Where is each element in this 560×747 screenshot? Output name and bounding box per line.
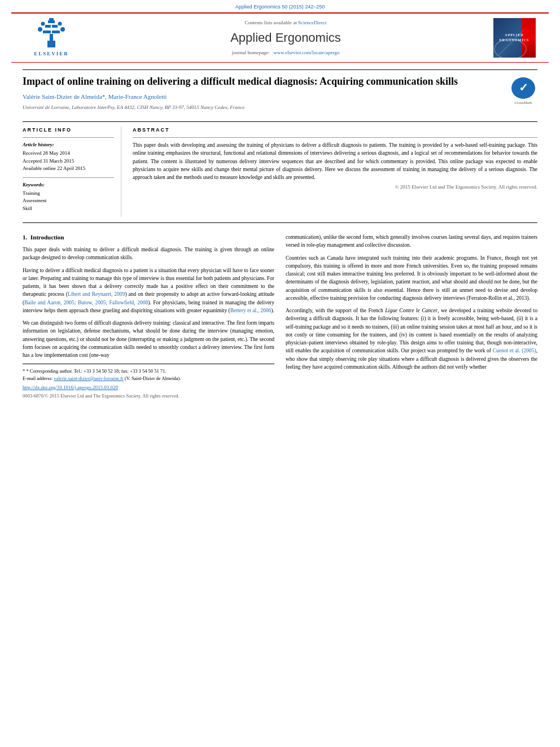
svg-point-9 bbox=[41, 21, 45, 25]
journal-header-center: Contents lists available at ScienceDirec… bbox=[82, 19, 489, 56]
intro-title: Introduction bbox=[30, 234, 64, 241]
intro-para2: Having to deliver a difficult medical di… bbox=[23, 267, 274, 315]
footnote-tel: Tel.: +33 3 54 50 52 18; fax: +33 3 54 5… bbox=[74, 368, 167, 374]
journal-homepage-text: journal homepage: www.elsevier.com/locat… bbox=[82, 49, 489, 56]
right-para2: Countries such as Canada have integrated… bbox=[286, 254, 537, 303]
italic-ligue: Ligue Contre le Cancer bbox=[385, 308, 438, 313]
ref-libert[interactable]: Libert and Reynaert, 2009 bbox=[68, 291, 125, 297]
keywords-divider bbox=[23, 177, 114, 178]
right-column: communication), unlike the second form, … bbox=[286, 233, 537, 399]
intro-para3: We can distinguish two forms of difficul… bbox=[23, 319, 274, 359]
journal-title: Applied Ergonomics bbox=[82, 29, 489, 47]
keyword-3: Skill bbox=[23, 205, 114, 213]
crossmark-label: CrossMark bbox=[514, 100, 532, 106]
abstract-copyright: © 2015 Elsevier Ltd and The Ergonomics S… bbox=[133, 184, 537, 191]
svg-point-7 bbox=[38, 27, 42, 32]
svg-rect-4 bbox=[45, 25, 51, 28]
footnote-email-label: E-mail address: bbox=[23, 375, 53, 381]
right-para3: Accordingly, with the support of the Fre… bbox=[286, 307, 537, 371]
svg-rect-2 bbox=[43, 30, 51, 33]
article-meta-section: ARTICLE INFO Article history: Received 2… bbox=[23, 126, 537, 217]
elsevier-brand-label: ELSEVIER bbox=[34, 50, 69, 58]
abstract-bottom-divider bbox=[23, 222, 537, 223]
article-history-group: Article history: Received 28 May 2014 Ac… bbox=[23, 141, 114, 173]
logo-text: APPLIED ERGONOMICS bbox=[497, 30, 531, 45]
top-citation-bar: Applied Ergonomics 50 (2015) 242–250 bbox=[0, 0, 560, 12]
abstract-label: ABSTRACT bbox=[133, 126, 537, 134]
elsevier-tree-icon bbox=[32, 18, 71, 49]
journal-logo-area: APPLIED ERGONOMICS bbox=[489, 18, 540, 58]
info-divider bbox=[23, 137, 114, 138]
footnote-email-line: E-mail address: valerie.saint-dizier@uni… bbox=[23, 375, 274, 382]
left-column: 1. Introduction This paper deals with tr… bbox=[23, 233, 274, 399]
article-info-column: ARTICLE INFO Article history: Received 2… bbox=[23, 126, 121, 217]
intro-heading: 1. Introduction bbox=[23, 233, 274, 242]
intro-para1: This paper deals with training to delive… bbox=[23, 246, 274, 262]
ref-baile[interactable]: Baile and Aaron, 2005; Butow, 2005; Fall… bbox=[24, 300, 148, 305]
svg-rect-5 bbox=[52, 25, 58, 28]
title-divider bbox=[23, 121, 537, 122]
article-authors: Valérie Saint-Dizier de Almeida*, Marie-… bbox=[23, 93, 501, 102]
svg-point-10 bbox=[58, 21, 62, 25]
applied-ergonomics-logo: APPLIED ERGONOMICS bbox=[493, 18, 536, 58]
received-date: Received 28 May 2014 bbox=[23, 150, 114, 158]
article-affiliation: Université de Lorraine, Laboratoire Inte… bbox=[23, 104, 501, 111]
page: Applied Ergonomics 50 (2015) 242–250 bbox=[0, 0, 560, 747]
right-para1: communication), unlike the second form, … bbox=[286, 233, 537, 250]
article-title-section: Impact of online training on delivering … bbox=[23, 75, 537, 116]
svg-rect-3 bbox=[52, 30, 60, 33]
footnote-corresponding-text: * Corresponding author. bbox=[26, 368, 72, 374]
svg-point-8 bbox=[60, 27, 65, 32]
footnote-email-note: (V. Saint-Dizier de Almeida). bbox=[125, 375, 181, 381]
article-info-label: ARTICLE INFO bbox=[23, 126, 114, 134]
doi-line: http://dx.doi.org/10.1016/j.apergo.2015.… bbox=[23, 384, 274, 391]
journal-header: ELSEVIER Contents lists available at Sci… bbox=[11, 12, 549, 63]
abstract-column: ABSTRACT This paper deals with developin… bbox=[133, 126, 537, 217]
article-title: Impact of online training on delivering … bbox=[23, 75, 501, 88]
science-direct-link[interactable]: ScienceDirect bbox=[298, 20, 326, 25]
elsevier-logo-area: ELSEVIER bbox=[20, 18, 82, 58]
crossmark-icon: ✓ bbox=[511, 77, 535, 99]
ref-bettery[interactable]: Bettery et al., 2006 bbox=[230, 308, 272, 313]
accepted-date: Accepted 31 March 2015 bbox=[23, 158, 114, 165]
abstract-text: This paper deals with developing and ass… bbox=[133, 141, 537, 181]
footnote-corresponding: * * Corresponding author. Tel.: +33 3 54… bbox=[23, 368, 274, 374]
history-label: Article history: bbox=[23, 141, 114, 148]
header-divider bbox=[23, 69, 537, 70]
footer-issn: 0003-6870/© 2015 Elsevier Ltd and The Er… bbox=[23, 392, 274, 399]
article-title-area: Impact of online training on delivering … bbox=[23, 75, 501, 116]
abstract-divider bbox=[133, 137, 537, 138]
available-date: Available online 22 April 2015 bbox=[23, 165, 114, 173]
ref-cuenot[interactable]: Cuenot et al. (2005) bbox=[493, 348, 536, 353]
science-direct-text: Contents lists available at ScienceDirec… bbox=[82, 19, 489, 27]
crossmark-area: ✓ CrossMark bbox=[509, 77, 537, 106]
footnote-area: * * Corresponding author. Tel.: +33 3 54… bbox=[23, 364, 274, 399]
article-content: Impact of online training on delivering … bbox=[0, 69, 560, 400]
intro-number: 1. bbox=[23, 234, 27, 241]
journal-homepage-link[interactable]: www.elsevier.com/locate/apergo bbox=[273, 50, 339, 55]
keywords-label: Keywords: bbox=[23, 181, 114, 189]
doi-link[interactable]: http://dx.doi.org/10.1016/j.apergo.2015.… bbox=[23, 385, 118, 390]
svg-rect-1 bbox=[50, 34, 53, 42]
top-citation-text: Applied Ergonomics 50 (2015) 242–250 bbox=[235, 4, 325, 10]
body-two-col: 1. Introduction This paper deals with tr… bbox=[23, 233, 537, 399]
keywords-group: Keywords: Training Assessment Skill bbox=[23, 181, 114, 213]
keyword-1: Training bbox=[23, 190, 114, 198]
keyword-2: Assessment bbox=[23, 197, 114, 205]
footnote-email-link[interactable]: valerie.saint-dizier@univ-lorraine.fr bbox=[54, 375, 123, 381]
